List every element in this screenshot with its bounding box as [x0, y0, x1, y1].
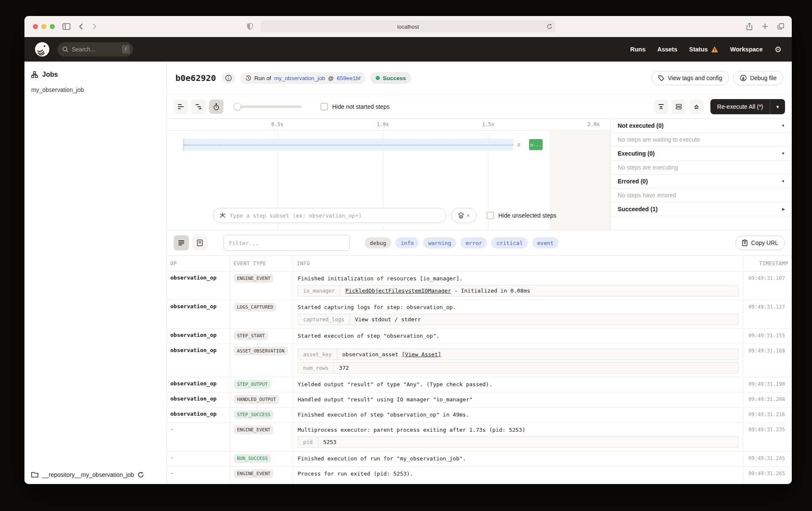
event-type-cell: STEP_SUCCESS: [230, 408, 293, 422]
global-search-input[interactable]: Search... /: [57, 42, 133, 56]
timestamp-cell[interactable]: 09:49:31.155: [743, 329, 792, 344]
url-bar[interactable]: localhost: [261, 20, 556, 33]
chevron-right-icon: ▶: [782, 207, 785, 211]
timestamp-cell[interactable]: 09:49:31.208: [743, 393, 792, 407]
log-row[interactable]: observation_opENGINE_EVENTFinished initi…: [167, 272, 792, 300]
run-span-band: [183, 139, 513, 151]
step-panel-section-header[interactable]: Succeeded (1)▶: [611, 202, 792, 216]
timestamp-cell[interactable]: 09:49:31.265: [743, 467, 792, 481]
dagster-logo[interactable]: [35, 42, 50, 57]
log-row[interactable]: -RUN_SUCCESSFinished execution of run fo…: [167, 452, 792, 467]
nav-item-status[interactable]: Status: [689, 46, 718, 53]
timestamp-cell[interactable]: 09:49:31.107: [743, 272, 792, 300]
axis-tick-label: 0.5s: [272, 121, 284, 127]
log-message: Finished execution of run for "my_observ…: [298, 454, 739, 463]
metadata-text: observation_asset: [342, 351, 402, 358]
step-panel-section-header[interactable]: Not executed (0)▼: [611, 119, 792, 133]
forward-icon[interactable]: [92, 23, 97, 30]
collapse-panel-down-button[interactable]: [654, 100, 668, 114]
hide-unselected-checkbox[interactable]: [487, 212, 494, 219]
share-icon[interactable]: [746, 23, 753, 30]
step-panel-section-header[interactable]: Executing (0)▼: [611, 147, 792, 161]
run-header: b0e62920 Run of my_observation_job @ 659…: [167, 62, 792, 95]
run-of-label: Run of: [254, 75, 271, 81]
timestamp-cell[interactable]: 09:49:31.245: [743, 452, 792, 466]
log-row[interactable]: observation_opSTEP_OUTPUTYielded output …: [167, 377, 792, 393]
nav-item-workspace[interactable]: Workspace: [730, 46, 763, 53]
zoom-slider[interactable]: [234, 105, 302, 108]
expand-panel-up-button[interactable]: [689, 100, 704, 114]
info-cell: asset_keyobservation_asset [View Asset]n…: [293, 344, 743, 377]
split-panels-button[interactable]: [672, 100, 686, 114]
step-panel-section-label: Errored (0): [618, 178, 648, 185]
minimize-window-button[interactable]: [41, 24, 46, 29]
metadata-link[interactable]: PickledObjectFilesystemIOManager: [345, 288, 451, 294]
log-level-event[interactable]: event: [532, 237, 559, 248]
log-level-critical[interactable]: critical: [491, 237, 528, 248]
info-cell: Finished initialization of resources [io…: [293, 272, 743, 300]
log-list-view-button[interactable]: [174, 235, 189, 250]
log-structured-view-button[interactable]: [192, 235, 207, 250]
log-level-warning[interactable]: warning: [423, 237, 456, 248]
log-row[interactable]: observation_opLOGS_CAPTUREDStarted captu…: [167, 300, 792, 329]
col-header-event-type: EVENT TYPE: [230, 256, 293, 271]
close-window-button[interactable]: [33, 24, 38, 29]
settings-gear-icon[interactable]: ⚙: [774, 45, 782, 54]
step-subset-input[interactable]: Type a step subset (ex: observation_op+): [213, 208, 446, 223]
refresh-page-icon[interactable]: [547, 24, 552, 30]
waterfall-view-button[interactable]: [191, 100, 206, 114]
debug-file-button[interactable]: Debug file: [733, 71, 783, 85]
timestamp-cell[interactable]: 09:49:31.235: [743, 423, 792, 451]
hide-not-started-label: Hide not started steps: [332, 103, 390, 110]
sidebar-item-my-observation-job[interactable]: my_observation_job: [24, 83, 167, 97]
search-shortcut-badge: /: [122, 45, 130, 54]
back-icon[interactable]: [79, 23, 83, 30]
log-row[interactable]: -ENGINE_EVENTMultiprocess executor: pare…: [167, 423, 792, 452]
log-level-info[interactable]: info: [395, 237, 419, 248]
gantt-after-run-shade: [549, 131, 610, 230]
log-filter-input[interactable]: Filter...: [223, 235, 350, 251]
metadata-link[interactable]: [View Asset]: [402, 351, 441, 358]
commit-link[interactable]: 659ee1bf: [337, 75, 360, 81]
timestamp-cell[interactable]: 09:49:31.216: [743, 408, 792, 422]
timestamp-cell[interactable]: 09:49:31.127: [743, 300, 792, 328]
timestamp-cell[interactable]: 09:49:31.190: [743, 377, 792, 392]
axis-tick-label: 2.0s: [588, 121, 600, 127]
hide-not-started-checkbox[interactable]: [320, 103, 328, 110]
job-link[interactable]: my_observation_job: [274, 75, 325, 81]
view-tags-config-button[interactable]: View tags and config: [651, 71, 729, 85]
new-tab-icon[interactable]: [762, 23, 768, 30]
folder-icon: [31, 472, 38, 478]
reexecute-options-caret[interactable]: ▼: [770, 99, 785, 114]
timestamp-cell[interactable]: 09:49:31.168: [743, 344, 792, 377]
log-level-error[interactable]: error: [460, 237, 487, 248]
nav-item-assets[interactable]: Assets: [657, 46, 678, 53]
metadata-key: io_manager: [298, 285, 340, 296]
nav-item-runs[interactable]: Runs: [630, 46, 645, 53]
log-level-debug[interactable]: debug: [365, 237, 391, 248]
log-row[interactable]: observation_opASSET_OBSERVATIONasset_key…: [167, 344, 792, 377]
download-circle-icon: [740, 75, 747, 81]
zoom-window-button[interactable]: [50, 24, 55, 29]
event-type-cell: STEP_OUTPUT: [230, 377, 293, 392]
flat-view-button[interactable]: [174, 100, 188, 114]
sidebar-toggle-icon[interactable]: [62, 23, 70, 30]
graph-query-toggle-button[interactable]: ˄: [451, 208, 476, 223]
op-cell: observation_op: [167, 344, 230, 377]
step-panel-section-header[interactable]: Errored (0)▼: [611, 175, 792, 188]
timed-view-button[interactable]: [209, 100, 223, 114]
copy-url-button[interactable]: Copy URL: [735, 236, 785, 250]
info-cell: Yielded output "result" of type "Any". (…: [293, 377, 743, 392]
run-info-icon[interactable]: [222, 72, 235, 84]
reload-repository-icon[interactable]: [138, 472, 144, 478]
log-message: Multiprocess executor: parent process ex…: [298, 425, 739, 434]
tab-overview-icon[interactable]: [777, 23, 784, 30]
log-row[interactable]: -ENGINE_EVENTProcess for run exited (pid…: [167, 467, 792, 482]
log-row[interactable]: observation_opSTEP_SUCCESSFinished execu…: [167, 408, 792, 423]
log-row[interactable]: observation_opSTEP_STARTStarted executio…: [167, 329, 792, 344]
step-box-observation-op[interactable]: o...: [529, 139, 543, 150]
log-row[interactable]: observation_opHANDLED_OUTPUTHandled outp…: [167, 393, 792, 408]
reexecute-all-button[interactable]: Re-execute All (*): [710, 99, 770, 114]
zoom-slider-knob[interactable]: [234, 103, 241, 110]
event-type-cell: [230, 482, 293, 484]
